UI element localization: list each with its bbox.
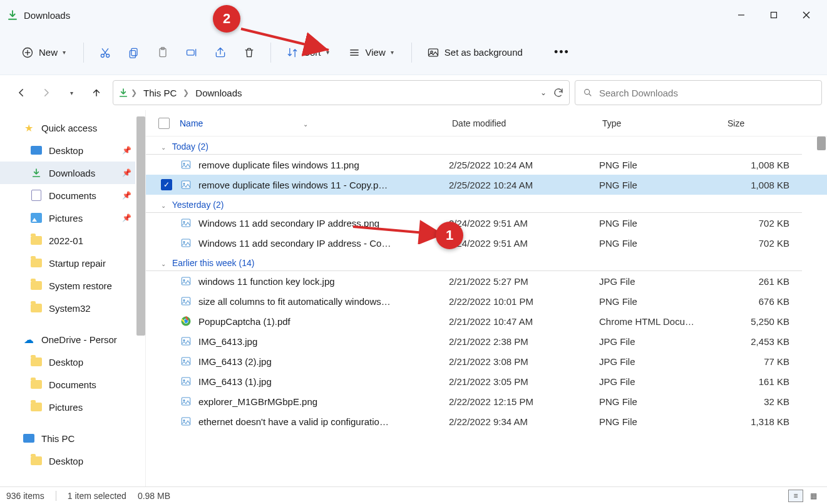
row-checkbox[interactable]: [161, 376, 172, 387]
sidebar-item[interactable]: Downloads📌: [0, 162, 135, 184]
breadcrumb-root[interactable]: This PC: [140, 88, 180, 98]
set-background-button[interactable]: Set as background: [421, 40, 532, 65]
status-selected: 1 item selected: [68, 491, 126, 501]
view-label: View: [366, 47, 386, 58]
paste-button[interactable]: [150, 40, 175, 65]
sidebar-onedrive[interactable]: ☁ OneDrive - Persor: [0, 328, 135, 351]
file-name: remove duplicate files windows 11.png: [198, 160, 449, 170]
sidebar-item[interactable]: 2022-01: [0, 229, 135, 252]
file-icon: [180, 395, 192, 408]
svg-point-35: [183, 299, 185, 301]
svg-point-25: [183, 163, 185, 165]
file-row[interactable]: remove duplicate files windows 11.png2/2…: [146, 155, 827, 175]
file-date: 2/22/2022 12:15 PM: [449, 396, 599, 407]
file-row[interactable]: Windows 11 add secondary IP address.png2…: [146, 213, 827, 233]
column-name[interactable]: Name⌄: [180, 118, 452, 128]
file-name: size all columns to fit automatically wi…: [198, 296, 449, 307]
sidebar-item[interactable]: Desktop: [0, 351, 135, 373]
cut-button[interactable]: [93, 40, 118, 65]
breadcrumb-current[interactable]: Downloads: [192, 88, 245, 98]
file-row[interactable]: windows 11 function key lock.jpg2/21/202…: [146, 271, 827, 291]
details-view-button[interactable]: ≡: [788, 490, 803, 502]
copy-button[interactable]: [121, 40, 146, 65]
sidebar-item[interactable]: Pictures: [0, 396, 135, 418]
row-checkbox[interactable]: ✓: [161, 179, 172, 190]
chevron-right-icon: ❯: [131, 88, 137, 97]
view-button[interactable]: View ▾: [342, 40, 403, 65]
up-button[interactable]: [85, 81, 108, 104]
row-checkbox[interactable]: [161, 217, 172, 229]
sidebar-item[interactable]: Pictures📌: [0, 207, 135, 229]
file-row[interactable]: IMG_6413 (2).jpg2/21/2022 3:08 PMJPG Fil…: [146, 351, 827, 371]
file-type: PNG File: [599, 218, 724, 229]
folder-icon: [30, 378, 43, 391]
chevron-right-icon: ❯: [183, 88, 189, 97]
sidebar-item[interactable]: Desktop: [0, 450, 135, 472]
row-checkbox[interactable]: [161, 159, 172, 170]
file-date: 2/22/2022 9:34 AM: [449, 416, 599, 427]
file-row[interactable]: IMG_6413.jpg2/21/2022 2:38 PMJPG File2,4…: [146, 331, 827, 351]
file-list: ⌄ Today (2)remove duplicate files window…: [146, 136, 827, 486]
toolbar: New ▾ Sort ▾ View ▾ Set as background ••…: [0, 30, 827, 75]
column-date[interactable]: Date modified: [452, 118, 602, 128]
address-bar[interactable]: ❯ This PC ❯ Downloads ⌄: [113, 80, 570, 105]
refresh-button[interactable]: [553, 87, 564, 98]
folder-icon: [30, 302, 43, 314]
file-size: 77 KB: [724, 356, 827, 367]
scrollbar-thumb[interactable]: [136, 116, 145, 336]
file-group-header[interactable]: ⌄ Yesterday (2): [146, 195, 802, 213]
new-button[interactable]: New ▾: [15, 40, 74, 65]
row-checkbox[interactable]: [161, 416, 172, 427]
sidebar-item[interactable]: Documents: [0, 373, 135, 396]
sidebar-item[interactable]: System32: [0, 297, 135, 319]
scrollbar-thumb[interactable]: [817, 136, 826, 150]
row-checkbox[interactable]: [161, 336, 172, 347]
select-all-checkbox[interactable]: [158, 118, 170, 129]
file-row[interactable]: Windows 11 add secondary IP address - Co…: [146, 233, 827, 253]
file-date: 2/25/2022 10:24 AM: [449, 160, 599, 170]
file-row[interactable]: PopupCaptcha (1).pdf2/21/2022 10:47 AMCh…: [146, 311, 827, 331]
recent-button[interactable]: ▾: [60, 81, 83, 104]
forward-button[interactable]: [35, 81, 58, 104]
file-row[interactable]: ethernet doesn't have a valid ip configu…: [146, 411, 827, 431]
column-size[interactable]: Size: [727, 118, 827, 128]
back-button[interactable]: [10, 81, 33, 104]
search-input[interactable]: Search Downloads: [575, 80, 822, 105]
more-button[interactable]: •••: [548, 40, 576, 65]
sidebar-item[interactable]: Startup repair: [0, 252, 135, 274]
minimize-button[interactable]: [727, 5, 756, 25]
file-row[interactable]: IMG_6413 (1).jpg2/21/2022 3:05 PMJPG Fil…: [146, 371, 827, 391]
file-date: 2/21/2022 3:05 PM: [449, 376, 599, 387]
file-icon: [180, 158, 192, 171]
sidebar-item-label: 2022-01: [49, 235, 83, 246]
pc-icon: [23, 432, 35, 445]
maximize-button[interactable]: [759, 5, 788, 25]
file-row[interactable]: size all columns to fit automatically wi…: [146, 291, 827, 311]
file-group-header[interactable]: ⌄ Earlier this week (14): [146, 253, 802, 271]
close-button[interactable]: [792, 5, 821, 25]
row-checkbox[interactable]: [161, 237, 172, 249]
column-type[interactable]: Type: [602, 118, 727, 128]
file-row[interactable]: ✓remove duplicate files windows 11 - Cop…: [146, 175, 827, 195]
rename-button[interactable]: [179, 40, 204, 65]
annotation-2: 2: [213, 5, 240, 33]
row-checkbox[interactable]: [161, 296, 172, 307]
row-checkbox[interactable]: [161, 396, 172, 407]
sidebar-quick-access[interactable]: ★ Quick access: [0, 116, 135, 139]
row-checkbox[interactable]: [161, 316, 172, 327]
file-row[interactable]: explorer_M1GBrMGbpE.png2/22/2022 12:15 P…: [146, 391, 827, 411]
sidebar-item[interactable]: System restore: [0, 274, 135, 297]
file-date: 2/21/2022 5:27 PM: [449, 276, 599, 287]
file-size: 5,250 KB: [724, 316, 827, 327]
star-icon: ★: [23, 121, 35, 134]
file-group-header[interactable]: ⌄ Today (2): [146, 136, 802, 155]
chevron-down-icon[interactable]: ⌄: [540, 88, 547, 97]
thumbnails-view-button[interactable]: ▦: [806, 490, 821, 502]
share-button[interactable]: [208, 40, 233, 65]
svg-point-33: [183, 279, 185, 281]
sidebar-item[interactable]: Desktop📌: [0, 139, 135, 162]
sidebar-item[interactable]: Documents📌: [0, 184, 135, 207]
row-checkbox[interactable]: [161, 275, 172, 287]
sidebar-thispc[interactable]: This PC: [0, 427, 135, 450]
row-checkbox[interactable]: [161, 356, 172, 367]
